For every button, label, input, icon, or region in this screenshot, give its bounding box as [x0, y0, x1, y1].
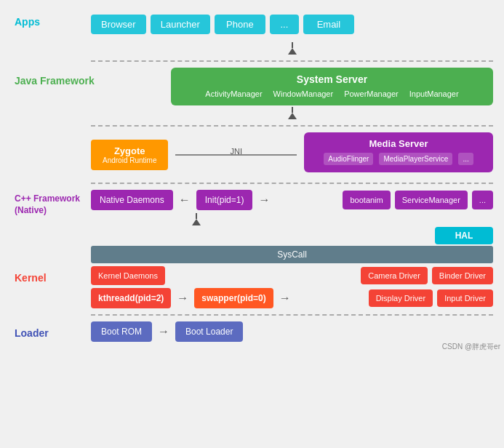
cpp-dots-box: ...: [472, 191, 493, 209]
app-browser: Browser: [91, 15, 146, 34]
main-container: Apps Browser Launcher Phone ... Email Ja…: [0, 0, 504, 356]
jni-label: JNI: [230, 147, 242, 156]
kthreadd-box: kthreadd(pid=2): [91, 288, 171, 308]
binder-driver-box: Binder Driver: [432, 267, 493, 284]
dashed-divider-4: [91, 314, 493, 316]
cpp-framework-label: C++ Framework(Native): [15, 193, 80, 216]
watermark: CSDN @胖虎哥er: [442, 342, 500, 352]
media-player-service: MediaPlayerService: [379, 153, 452, 165]
app-dots: ...: [270, 15, 299, 34]
init-box: Init(pid=1): [196, 190, 253, 210]
arrow-kthread: →: [177, 292, 188, 305]
activity-manager: ActivityManager: [205, 89, 262, 98]
java-framework-label: Java Framework: [15, 75, 95, 87]
hal-bar: HAL: [435, 227, 493, 244]
window-manager: WindowManager: [273, 89, 334, 98]
power-manager: PowerManager: [344, 89, 399, 98]
input-manager: InputManager: [409, 89, 459, 98]
app-phone: Phone: [215, 15, 265, 34]
service-manager-box: ServiceManager: [395, 191, 468, 209]
kernel-daemons-box: Kernel Daemons: [91, 266, 165, 285]
app-email: Email: [303, 15, 354, 34]
arrow-swapper: →: [279, 292, 291, 305]
app-launcher: Launcher: [151, 15, 210, 34]
swapper-box: swapper(pid=0): [194, 288, 273, 308]
bootanim-box: bootanim: [343, 191, 390, 209]
zygote-title: Zygote: [103, 145, 156, 156]
native-daemons-box: Native Daemons: [91, 190, 173, 210]
dashed-divider-2: [91, 125, 493, 127]
system-server-title: System Server: [182, 73, 482, 85]
kernel-label: Kernel: [15, 272, 47, 284]
arrow-loader: →: [158, 325, 169, 338]
boot-rom-box: Boot ROM: [91, 321, 152, 342]
input-driver-box: Input Driver: [437, 289, 493, 307]
media-dots: ...: [458, 153, 473, 165]
system-server-block: System Server ActivityManager WindowMana…: [171, 68, 493, 105]
audio-flinger: AudioFlinger: [324, 153, 373, 165]
loader-label: Loader: [15, 327, 49, 339]
display-driver-box: Display Driver: [369, 289, 433, 307]
android-runtime-label: Android Runtime: [103, 156, 156, 164]
camera-driver-box: Camera Driver: [361, 267, 428, 284]
dashed-divider-1: [91, 60, 493, 62]
arrow-2: →: [258, 193, 270, 207]
arrow-1: ←: [179, 193, 191, 207]
syscall-bar: SysCall: [91, 246, 493, 263]
media-server-title: Media Server: [313, 138, 484, 149]
zygote-block: Zygote Android Runtime: [91, 140, 168, 170]
apps-label: Apps: [15, 16, 40, 28]
boot-loader-box: Boot Loader: [175, 321, 243, 342]
dashed-divider-3: [91, 183, 493, 184]
media-server-block: Media Server AudioFlinger MediaPlayerSer…: [304, 132, 493, 172]
